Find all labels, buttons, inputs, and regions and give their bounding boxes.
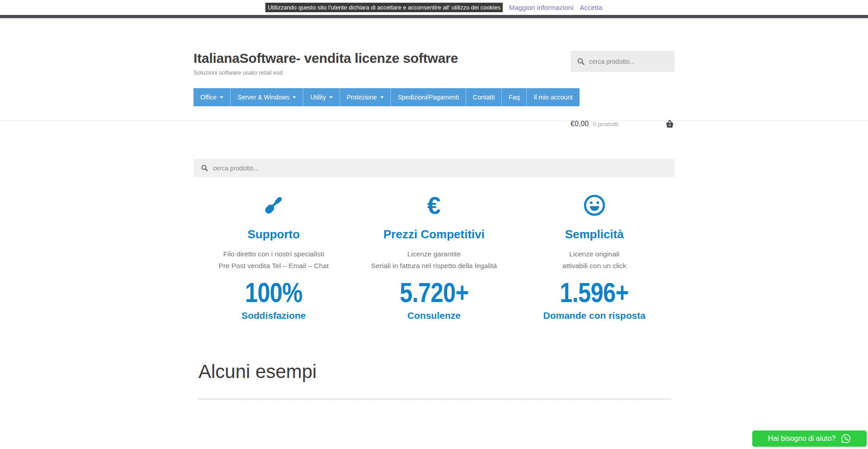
dotted-divider bbox=[198, 399, 671, 399]
feature-stat: 5.720+ bbox=[368, 276, 500, 308]
features-section: Supporto Filo diretto con i nostri speci… bbox=[193, 194, 675, 321]
screwdriver-icon bbox=[262, 194, 285, 217]
nav-item-faq[interactable]: Faq bbox=[502, 88, 527, 106]
basket-icon[interactable] bbox=[665, 119, 675, 128]
smiley-icon bbox=[583, 194, 606, 217]
feature-title: Supporto bbox=[193, 227, 354, 241]
feature-prezzi-competitivi: € Prezzi Competitivi Licenze garantite S… bbox=[354, 194, 514, 321]
nav-item-office[interactable]: Office bbox=[193, 88, 231, 106]
main-search-placeholder: cerca prodotto... bbox=[213, 165, 259, 172]
feature-line: Pre Post vendita Tel – Email – Chat bbox=[193, 260, 354, 272]
whatsapp-icon bbox=[841, 434, 851, 444]
main-navigation: Office Server & Windows Utility Protezio… bbox=[193, 88, 580, 106]
feature-stat: 1.596+ bbox=[528, 276, 660, 308]
search-icon bbox=[577, 58, 585, 65]
feature-supporto: Supporto Filo diretto con i nostri speci… bbox=[193, 194, 354, 321]
feature-line: Licenze originali bbox=[514, 248, 675, 260]
nav-item-server-windows[interactable]: Server & Windows bbox=[231, 88, 303, 106]
cookie-message: Utilizzando questo sito l'utente dichiar… bbox=[265, 3, 502, 12]
chevron-down-icon bbox=[380, 96, 384, 99]
feature-title: Prezzi Competitivi bbox=[354, 227, 514, 241]
feature-stat: 100% bbox=[208, 276, 340, 308]
feature-line: Filo diretto con i nostri specialisti bbox=[193, 248, 354, 260]
nav-item-spedizioni-pagamenti[interactable]: Spedizioni/Pagamenti bbox=[391, 88, 466, 106]
cookie-accept-button[interactable]: Accetta bbox=[580, 4, 602, 11]
feature-title: Semplicità bbox=[514, 227, 675, 241]
euro-icon: € bbox=[427, 194, 441, 217]
cart-item-count: 0 prodotti bbox=[593, 121, 618, 128]
cookie-bar: Utilizzando questo sito l'utente dichiar… bbox=[0, 0, 868, 15]
nav-item-utility[interactable]: Utility bbox=[303, 88, 340, 106]
main-search-input[interactable]: cerca prodotto... bbox=[193, 159, 675, 177]
header-search-placeholder: cerca prodotto... bbox=[589, 58, 635, 65]
feature-line: attivabili con un click bbox=[514, 260, 675, 272]
header-search-input[interactable]: cerca prodotto... bbox=[571, 51, 675, 72]
nav-item-contatti[interactable]: Contatti bbox=[466, 88, 502, 106]
feature-line: Licenze garantite bbox=[354, 248, 514, 260]
chevron-down-icon bbox=[220, 96, 223, 99]
whatsapp-chat-button[interactable]: Hai bisogno di aiuto? bbox=[752, 430, 867, 447]
top-divider-bar bbox=[0, 15, 868, 18]
main-content: cerca prodotto... Supporto Filo diretto … bbox=[0, 159, 868, 399]
feature-stat-label: Consulenze bbox=[354, 310, 514, 321]
chevron-down-icon bbox=[292, 96, 296, 99]
nav-item-protezione[interactable]: Protezione bbox=[340, 88, 391, 106]
chevron-down-icon bbox=[329, 96, 333, 99]
feature-line: Seriali in fattura nel rispetto della le… bbox=[354, 260, 514, 272]
feature-stat-label: Domande con risposta bbox=[514, 310, 675, 321]
cookie-more-info-link[interactable]: Maggiori informazioni bbox=[509, 4, 574, 11]
cart-summary[interactable]: €0,00 0 prodotti bbox=[571, 119, 675, 128]
cart-total: €0,00 bbox=[571, 120, 589, 128]
whatsapp-chat-label: Hai bisogno di aiuto? bbox=[768, 435, 835, 443]
site-header: ItalianaSoftware- vendita licenze softwa… bbox=[0, 18, 868, 121]
nav-item-il-mio-account[interactable]: Il mio account bbox=[527, 88, 579, 106]
section-title-alcuni-esempi: Alcuni esempi bbox=[198, 361, 675, 383]
feature-stat-label: Soddisfazione bbox=[193, 310, 354, 321]
feature-semplicita: Semplicità Licenze originali attivabili … bbox=[514, 194, 675, 321]
search-icon bbox=[201, 165, 208, 171]
